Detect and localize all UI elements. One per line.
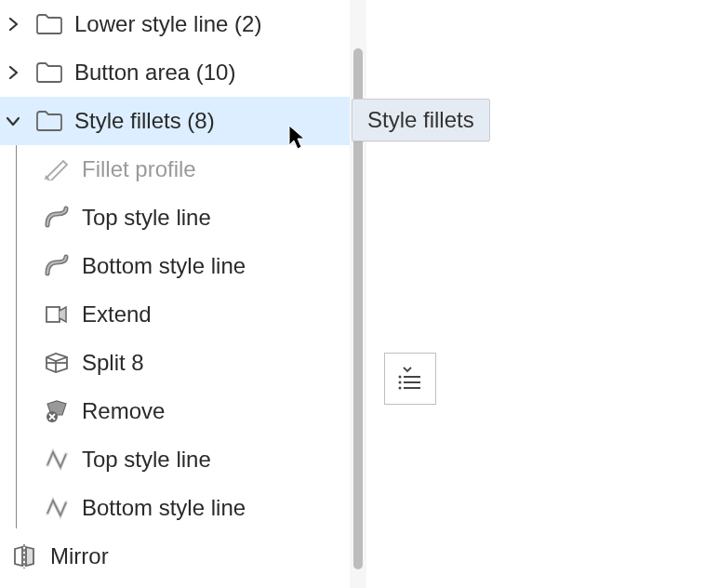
tree-item-bottom-style-line[interactable]: Bottom style line: [0, 242, 350, 290]
sweep-icon: [43, 252, 71, 280]
tree-item-remove[interactable]: Remove: [0, 387, 350, 435]
remove-icon: [43, 397, 71, 425]
tree-item-extend[interactable]: Extend: [0, 290, 350, 339]
split-icon: [43, 349, 71, 377]
feature-list-button[interactable]: [384, 353, 436, 405]
tree-item-style-fillets[interactable]: Style fillets (8): [0, 97, 350, 145]
canvas-area[interactable]: [366, 0, 718, 588]
tree-item-label: Lower style line (2): [74, 11, 261, 37]
tree-item-label: Extend: [82, 301, 152, 327]
tree-guide-line: [16, 145, 17, 528]
expand-icon-expanded[interactable]: [4, 112, 22, 130]
list-icon: [396, 365, 424, 393]
svg-rect-0: [47, 307, 60, 322]
fillet-icon: [43, 446, 71, 474]
svg-point-6: [399, 381, 402, 384]
folder-icon: [35, 107, 63, 135]
tree-item-label: Bottom style line: [82, 495, 246, 521]
fillet-icon: [43, 494, 71, 522]
tree-item-button-area[interactable]: Button area (10): [0, 48, 350, 97]
tooltip-label: Style fillets: [367, 107, 474, 132]
extend-icon: [43, 301, 71, 328]
tooltip: Style fillets: [352, 99, 490, 141]
tree-item-label: Top style line: [82, 205, 211, 231]
tree-item-top-style-line-2[interactable]: Top style line: [0, 435, 350, 484]
svg-point-5: [399, 376, 402, 379]
tree-item-lower-style-line[interactable]: Lower style line (2): [0, 0, 350, 48]
tree-item-fillet-profile[interactable]: Fillet profile: [0, 145, 350, 194]
sweep-icon: [43, 204, 71, 232]
tree-item-label: Fillet profile: [82, 156, 196, 182]
mirror-icon: [11, 542, 39, 570]
svg-point-7: [399, 387, 402, 390]
tree-item-mirror[interactable]: Mirror: [0, 532, 350, 581]
tree-item-label: Top style line: [82, 447, 211, 473]
sketch-icon: [43, 155, 71, 183]
tree-item-label: Remove: [82, 398, 165, 424]
expand-icon-collapsed[interactable]: [4, 63, 22, 82]
feature-tree-panel: Lower style line (2) Button area (10) St…: [0, 0, 350, 588]
expand-icon-collapsed[interactable]: [4, 15, 22, 33]
folder-icon: [35, 10, 63, 38]
tree-item-top-style-line[interactable]: Top style line: [0, 194, 350, 242]
tree-item-bottom-style-line-2[interactable]: Bottom style line: [0, 484, 350, 532]
tree-item-label: Bottom style line: [82, 253, 246, 279]
tree-item-label: Mirror: [50, 543, 109, 569]
tree-item-split-8[interactable]: Split 8: [0, 339, 350, 387]
tree-item-label: Style fillets (8): [74, 108, 215, 134]
tree-item-label: Button area (10): [74, 60, 235, 86]
tree-item-label: Split 8: [82, 350, 144, 376]
folder-icon: [35, 59, 63, 87]
